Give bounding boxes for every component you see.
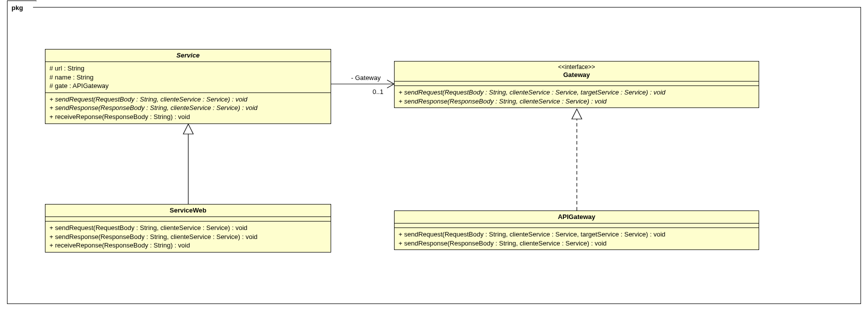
class-service-header: Service: [45, 50, 331, 62]
class-serviceweb-name: ServiceWeb: [170, 206, 206, 214]
interface-gateway: <<interface>> Gateway + sendRequest(Requ…: [394, 61, 759, 108]
class-apigateway-ops: + sendRequest(RequestBody : String, clie…: [395, 228, 759, 250]
op-row: + receiveReponse(ResponseBody : String) …: [49, 112, 327, 122]
class-apigateway-header: APIGateway: [395, 211, 759, 224]
class-serviceweb-attrs: [45, 217, 331, 222]
op-row: + sendRequest(RequestBody : String, clie…: [399, 88, 755, 97]
class-serviceweb-ops: + sendRequest(RequestBody : String, clie…: [45, 222, 331, 252]
class-apigateway-attrs: [395, 224, 759, 228]
op-row: + sendResponse(ResponseBody : String, cl…: [49, 104, 327, 112]
class-service-name: Service: [176, 52, 199, 59]
interface-gateway-attrs: [395, 82, 759, 86]
interface-gateway-name: Gateway: [563, 71, 590, 78]
package-label: pkg: [7, 0, 36, 14]
assoc-role-label: - Gateway: [351, 74, 381, 82]
attr-row: # url : String: [49, 64, 327, 73]
interface-gateway-ops: + sendRequest(RequestBody : String, clie…: [395, 86, 759, 108]
op-row: + sendRequest(RequestBody : String, clie…: [49, 224, 327, 232]
class-apigateway-name: APIGateway: [558, 213, 595, 220]
op-row: + sendResponse(ResponseBody : String, cl…: [399, 239, 755, 248]
diagram-canvas: pkg Service # url : String # name : Stri…: [0, 0, 868, 319]
class-apigateway: APIGateway + sendRequest(RequestBody : S…: [394, 210, 759, 250]
attr-row: # name : String: [49, 73, 327, 82]
op-row: + sendResponse(ResponseBody : String, cl…: [399, 97, 755, 106]
attr-row: # gate : APIGateway: [49, 82, 327, 90]
class-serviceweb: ServiceWeb + sendRequest(RequestBody : S…: [45, 204, 331, 252]
interface-gateway-stereotype: <<interface>>: [398, 64, 756, 71]
class-service-attrs: # url : String # name : String # gate : …: [45, 62, 331, 93]
op-row: + sendRequest(RequestBody : String, clie…: [399, 230, 755, 239]
op-row: + receiveReponse(ResponseBody : String) …: [49, 241, 327, 250]
op-row: + sendResponse(ResponseBody : String, cl…: [49, 232, 327, 242]
assoc-multiplicity: 0..1: [373, 88, 384, 96]
class-service: Service # url : String # name : String #…: [45, 49, 331, 124]
interface-gateway-header: <<interface>> Gateway: [395, 62, 759, 82]
class-serviceweb-header: ServiceWeb: [45, 204, 331, 217]
op-row: + sendRequest(RequestBody : String, clie…: [49, 95, 327, 104]
class-service-ops: + sendRequest(RequestBody : String, clie…: [45, 93, 331, 124]
